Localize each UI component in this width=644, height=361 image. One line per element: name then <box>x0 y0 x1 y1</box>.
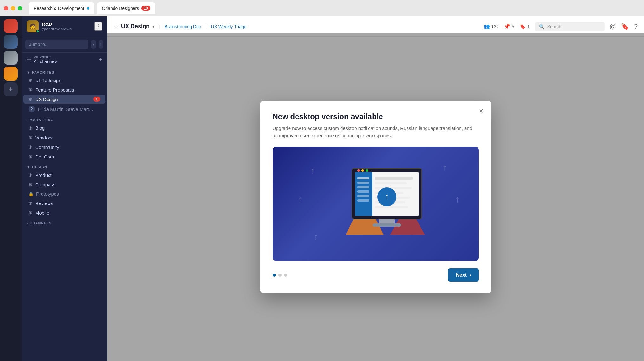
svg-rect-21 <box>373 223 401 227</box>
hash-icon: ⊕ <box>29 144 33 150</box>
channel-name: Dot Com <box>35 154 54 159</box>
marketing-label: MARKETING <box>30 118 54 122</box>
viewing-info: ☰ VIEWING: All channels <box>27 55 58 64</box>
breadcrumb-brainstorming[interactable]: Brainstorming Doc <box>165 24 201 29</box>
sidebar-item-prototypes[interactable]: 🔒 Prototypes <box>23 190 105 198</box>
hash-icon: ⊕ <box>29 87 33 93</box>
dm-name: Hilda Martin, Steve Mart... <box>38 106 93 112</box>
svg-rect-5 <box>357 177 369 179</box>
hash-icon: ⊕ <box>29 135 33 140</box>
tab-rd-label: Research & Development <box>34 6 84 11</box>
sidebar-item-community[interactable]: ⊕ Community <box>23 143 105 151</box>
search-box[interactable]: 🔍 Search <box>535 22 605 31</box>
search-placeholder: Search <box>547 24 561 29</box>
channels-arrow-icon: › <box>27 221 28 225</box>
monitor-illustration: ↑ <box>327 159 425 249</box>
hash-icon: ⊕ <box>29 125 33 131</box>
svg-point-23 <box>361 169 364 172</box>
design-arrow-icon: ▼ <box>27 165 30 169</box>
svg-point-24 <box>366 169 368 172</box>
pagination-dots <box>273 274 287 277</box>
breadcrumb-ux-triage[interactable]: UX Weekly Triage <box>211 24 246 29</box>
channel-chevron-icon[interactable]: ▾ <box>152 24 154 29</box>
bookmarked-stat: 🔖 1 <box>519 23 530 29</box>
workspace-icon-2[interactable] <box>4 35 18 49</box>
sidebar-item-mobile[interactable]: ⊕ Mobile <box>23 208 105 217</box>
modal-illustration: ↑ ↑ ↑ ↑ ↑ <box>273 147 479 261</box>
workspace-icon-1[interactable] <box>4 19 18 33</box>
jump-to-input[interactable] <box>25 40 88 49</box>
dot-3 <box>284 274 287 277</box>
add-workspace-button[interactable]: + <box>4 82 18 96</box>
channel-name: Prototypes <box>36 191 59 197</box>
sidebar-item-dot-com[interactable]: ⊕ Dot Com <box>23 152 105 161</box>
help-button[interactable]: ? <box>634 23 638 30</box>
workspace-icon-4[interactable] <box>4 67 18 81</box>
pinned-icon: 📌 <box>504 23 510 29</box>
pinned-count: 5 <box>512 24 514 29</box>
next-button-label: Next <box>456 272 467 278</box>
tab-rd-dot <box>87 7 89 10</box>
next-button[interactable]: Next › <box>448 268 478 282</box>
svg-point-22 <box>357 169 360 172</box>
design-label: DESIGN <box>32 165 47 169</box>
next-chevron-icon: › <box>469 272 471 278</box>
sidebar-item-reviews[interactable]: ⊕ Reviews <box>23 199 105 208</box>
svg-text:↑: ↑ <box>385 191 389 201</box>
modal-dialog: × New desktop version available Upgrade … <box>260 101 491 293</box>
sidebar-item-vendors[interactable]: ⊕ Vendors <box>23 133 105 142</box>
svg-rect-6 <box>357 182 369 184</box>
user-details: R&D @andrew.brown <box>42 21 72 31</box>
jump-to-area: ‹ › <box>22 36 107 53</box>
section-header-design[interactable]: ▼ DESIGN <box>22 161 107 170</box>
section-header-marketing[interactable]: › MARKETING <box>22 114 107 123</box>
star-icon[interactable]: ☆ <box>114 23 119 30</box>
sidebar-item-blog[interactable]: ⊕ Blog ⋮ <box>23 123 105 132</box>
tab-orlando[interactable]: Orlando Designers 10 <box>97 2 155 14</box>
svg-rect-8 <box>357 190 369 193</box>
channel-name: Mobile <box>35 210 49 216</box>
at-mention-button[interactable]: @ <box>610 23 616 30</box>
more-options-button[interactable]: ⋮ <box>94 22 102 31</box>
svg-rect-17 <box>375 206 408 208</box>
members-icon: 👥 <box>484 23 490 29</box>
channel-name: UI Redesign <box>35 78 62 83</box>
channel-name: Compass <box>35 182 55 187</box>
section-header-favorites[interactable]: ▼ FAVORITES <box>22 67 107 75</box>
bookmark-button[interactable]: 🔖 <box>621 23 629 30</box>
hash-icon: ⊕ <box>29 210 33 216</box>
tab-rd[interactable]: Research & Development <box>29 2 94 14</box>
sidebar-item-ui-redesign[interactable]: ⊕ UI Redesign <box>23 76 105 85</box>
members-stat: 👥 132 <box>484 23 499 29</box>
sidebar-item-ux-design[interactable]: ⊕ UX Design 1 <box>23 95 105 104</box>
channel-name: Blog <box>35 125 45 131</box>
section-header-channels[interactable]: › CHANNELS <box>22 217 107 226</box>
close-button[interactable] <box>4 6 8 10</box>
viewing-row: ☰ VIEWING: All channels + <box>22 53 107 67</box>
sidebar-item-compass[interactable]: ⊕ Compass <box>23 180 105 189</box>
maximize-button[interactable] <box>18 6 22 10</box>
workspace-icon-3[interactable] <box>4 51 18 65</box>
tab-orlando-badge: 10 <box>141 6 150 11</box>
hash-icon: ⊕ <box>29 182 33 187</box>
hash-icon: ⊕ <box>29 96 33 102</box>
channel-title: UX Design <box>121 23 150 30</box>
svg-rect-11 <box>375 177 413 180</box>
sidebar-item-feature-proposals[interactable]: ⊕ Feature Proposals <box>23 85 105 94</box>
sidebar-item-product[interactable]: ⊕ Product <box>23 171 105 179</box>
bookmarked-count: 1 <box>527 24 530 29</box>
user-header: 🧑 R&D @andrew.brown ⋮ <box>22 16 107 36</box>
favorites-label: FAVORITES <box>32 70 55 74</box>
hash-icon: ⊕ <box>29 172 33 178</box>
viewing-details: VIEWING: All channels <box>34 55 58 64</box>
lock-icon: 🔒 <box>29 191 34 196</box>
breadcrumb-separator: | <box>159 24 160 29</box>
add-channel-button[interactable]: + <box>99 56 102 63</box>
nav-back-button[interactable]: ‹ <box>91 40 96 49</box>
minimize-button[interactable] <box>11 6 15 10</box>
hash-icon: ⊕ <box>29 154 33 159</box>
nav-forward-button[interactable]: › <box>99 40 104 49</box>
sidebar-item-dm[interactable]: 2 Hilda Martin, Steve Mart... <box>23 104 105 114</box>
modal-close-button[interactable]: × <box>476 106 486 116</box>
hash-icon: ⊕ <box>29 200 33 206</box>
